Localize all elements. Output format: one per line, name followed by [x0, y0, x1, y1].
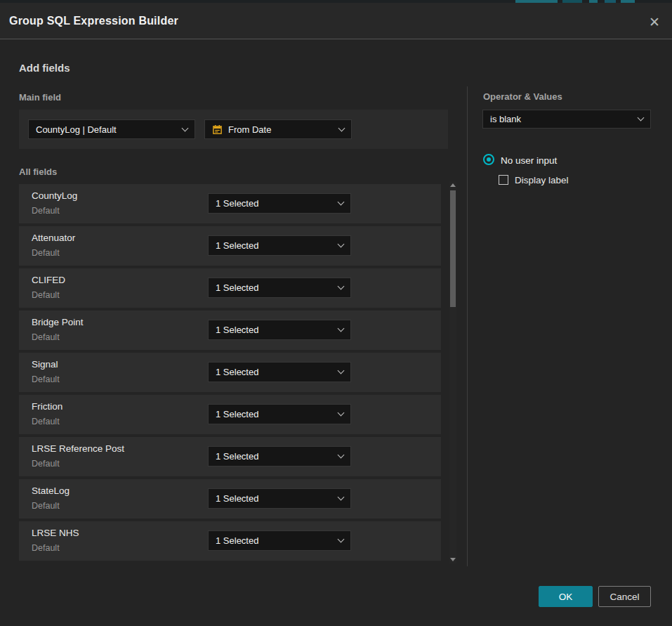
chevron-down-icon: [338, 241, 345, 248]
field-row: StateLog Default 1 Selected: [19, 479, 441, 519]
field-row: LRSE Reference Post Default 1 Selected: [19, 437, 441, 476]
chevron-down-icon: [338, 494, 345, 501]
field-selection-select[interactable]: 1 Selected: [208, 446, 351, 467]
field-row: CountyLog Default 1 Selected: [19, 184, 441, 223]
field-name: Bridge Point: [32, 317, 84, 327]
display-label-label: Display label: [515, 175, 569, 185]
field-row: Signal Default 1 Selected: [19, 353, 441, 392]
field-selection-select[interactable]: 1 Selected: [208, 193, 351, 214]
field-name: Signal: [32, 359, 58, 370]
field-name: StateLog: [32, 485, 70, 496]
field-selection-select[interactable]: 1 Selected: [208, 235, 351, 256]
field-selection-value: 1 Selected: [216, 493, 333, 504]
main-field-source-select[interactable]: CountyLog | Default: [28, 119, 195, 139]
field-subtitle: Default: [32, 417, 60, 426]
group-sql-expression-builder-dialog: Group SQL Expression Builder ✕ Add field…: [0, 0, 672, 626]
scrollbar-up-icon[interactable]: [450, 183, 456, 187]
field-name: Attenuator: [32, 233, 75, 243]
no-user-input-label: No user input: [501, 155, 557, 166]
operator-select[interactable]: is blank: [482, 110, 651, 129]
field-selection-select[interactable]: 1 Selected: [208, 320, 351, 340]
field-subtitle: Default: [32, 374, 60, 384]
scrollbar-thumb[interactable]: [450, 190, 456, 307]
main-field-source-value: CountyLog | Default: [36, 124, 177, 135]
close-icon[interactable]: ✕: [647, 14, 662, 30]
chevron-down-icon: [338, 325, 345, 332]
field-subtitle: Default: [32, 501, 60, 511]
chevron-down-icon: [338, 367, 345, 374]
scrollbar-down-icon[interactable]: [450, 558, 456, 561]
chevron-down-icon: [338, 199, 345, 206]
field-subtitle: Default: [32, 290, 60, 300]
main-field-panel: CountyLog | Default From Date: [19, 110, 448, 149]
display-label-checkbox[interactable]: [499, 175, 508, 185]
field-name: CLIFED: [32, 275, 65, 285]
field-selection-value: 1 Selected: [216, 198, 333, 209]
chevron-down-icon: [338, 410, 345, 417]
radio-selected-dot: [487, 157, 491, 162]
dialog-title: Group SQL Expression Builder: [9, 15, 178, 27]
field-selection-value: 1 Selected: [216, 409, 333, 419]
field-selection-select[interactable]: 1 Selected: [208, 404, 351, 424]
chevron-down-icon: [338, 452, 345, 459]
field-subtitle: Default: [32, 248, 60, 258]
field-selection-select[interactable]: 1 Selected: [208, 278, 351, 298]
field-row: LRSE NHS Default 1 Selected: [19, 521, 441, 561]
field-row: CLIFED Default 1 Selected: [19, 268, 441, 308]
add-fields-heading: Add fields: [19, 62, 70, 74]
chevron-down-icon: [338, 283, 345, 290]
panel-divider: [467, 86, 468, 566]
field-selection-select[interactable]: 1 Selected: [208, 488, 351, 509]
field-subtitle: Default: [32, 459, 60, 469]
field-selection-value: 1 Selected: [216, 240, 333, 251]
all-fields-label: All fields: [19, 167, 57, 177]
field-selection-value: 1 Selected: [216, 535, 333, 546]
field-subtitle: Default: [32, 206, 60, 216]
main-field-label: Main field: [19, 92, 61, 103]
field-selection-value: 1 Selected: [216, 325, 333, 335]
field-row: Attenuator Default 1 Selected: [19, 226, 441, 266]
field-subtitle: Default: [32, 543, 60, 553]
all-fields-list: CountyLog Default 1 Selected Attenuator …: [19, 184, 441, 563]
field-selection-value: 1 Selected: [216, 282, 333, 293]
dialog-header: Group SQL Expression Builder ✕: [0, 3, 672, 39]
ok-button[interactable]: OK: [539, 586, 593, 607]
operator-value: is blank: [490, 114, 633, 124]
no-user-input-radio[interactable]: [483, 154, 494, 165]
main-field-field-select[interactable]: From Date: [204, 119, 352, 139]
chevron-down-icon: [338, 536, 345, 543]
field-selection-value: 1 Selected: [216, 451, 333, 462]
chevron-down-icon: [338, 124, 345, 131]
field-name: LRSE Reference Post: [32, 443, 124, 454]
chevron-down-icon: [638, 115, 645, 122]
cancel-button[interactable]: Cancel: [598, 586, 651, 607]
field-selection-select[interactable]: 1 Selected: [208, 530, 351, 551]
chevron-down-icon: [182, 124, 189, 131]
calendar-icon: [212, 124, 223, 135]
field-subtitle: Default: [32, 332, 60, 342]
field-name: Friction: [32, 401, 62, 412]
field-name: LRSE NHS: [32, 528, 79, 538]
main-field-field-value: From Date: [228, 124, 334, 135]
field-selection-value: 1 Selected: [216, 367, 333, 377]
field-row: Bridge Point Default 1 Selected: [19, 311, 441, 350]
field-selection-select[interactable]: 1 Selected: [208, 362, 351, 382]
field-row: Friction Default 1 Selected: [19, 395, 441, 434]
field-name: CountyLog: [32, 190, 77, 201]
operator-values-heading: Operator & Values: [483, 91, 562, 102]
